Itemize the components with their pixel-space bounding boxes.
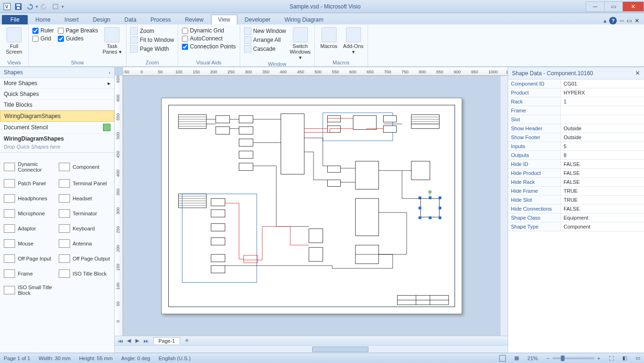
shape-data-row[interactable]: Frame [508, 106, 644, 115]
maximize-button[interactable]: ▭ [604, 1, 623, 12]
shape-data-row[interactable]: Hide FrameTRUE [508, 187, 644, 196]
shape-data-value[interactable]: CG01 [561, 79, 644, 88]
shape-data-value[interactable]: FALSE [561, 160, 644, 168]
macros-button[interactable]: Macros [319, 25, 339, 49]
tab-view[interactable]: View [211, 15, 237, 24]
stencil-item[interactable]: Off Page Input [4, 254, 56, 263]
tab-last-icon[interactable]: ⏭ [142, 338, 149, 344]
zoom-out-icon[interactable]: − [546, 355, 549, 361]
minimize-button[interactable]: ─ [586, 1, 605, 12]
page-width-button[interactable]: Page Width [130, 45, 174, 53]
cascade-button[interactable]: Cascade [244, 45, 286, 53]
shape-data-value[interactable]: Equipment [561, 213, 644, 222]
shape-data-row[interactable]: Hide ProductFALSE [508, 169, 644, 178]
page-breaks-checkbox[interactable]: Page Breaks [58, 27, 98, 34]
new-window-button[interactable]: New Window [244, 27, 286, 35]
help-icon[interactable]: ? [609, 17, 617, 24]
qat-more-icon[interactable] [50, 1, 61, 12]
tab-file[interactable]: File [2, 15, 28, 24]
save-icon[interactable] [13, 1, 24, 12]
switch-window-btn-icon[interactable]: ▭ [636, 355, 640, 361]
app-icon[interactable]: V [2, 1, 12, 12]
tab-developer[interactable]: Developer [238, 15, 277, 24]
shape-data-value[interactable] [561, 106, 644, 115]
stencil-item[interactable]: Terminator [59, 209, 111, 218]
tab-review[interactable]: Review [178, 15, 210, 24]
shape-data-value[interactable]: Outside [561, 133, 644, 142]
ruler-checkbox[interactable]: Ruler [32, 27, 54, 34]
canvas-viewport[interactable] [123, 76, 500, 336]
addons-button[interactable]: Add-Ons ▾ [343, 25, 364, 55]
shape-data-row[interactable]: Inputs5 [508, 142, 644, 151]
stencil-item[interactable]: Component [59, 161, 111, 173]
mdi-close-icon[interactable]: ✕ [635, 17, 639, 24]
stencil-item[interactable]: Dynamic Connector [4, 161, 56, 173]
pan-zoom-icon[interactable]: ◧ [622, 355, 627, 361]
tab-process[interactable]: Process [144, 15, 177, 24]
drawing-page[interactable] [161, 98, 462, 314]
tab-new-icon[interactable]: ✳ [183, 338, 190, 344]
task-panes-button[interactable]: Task Panes ▾ [102, 25, 122, 55]
shape-data-value[interactable] [561, 115, 644, 124]
tab-first-icon[interactable]: ⏮ [117, 338, 124, 344]
stencil-item[interactable]: ISO Small Title Block [4, 284, 56, 296]
stencil-item[interactable]: Terminal Panel [59, 179, 111, 188]
shape-data-row[interactable]: Shape ClassEquipment [508, 213, 644, 222]
stencil-item[interactable]: Keyboard [59, 224, 111, 233]
shape-data-row[interactable]: Show HeaderOutside [508, 124, 644, 133]
undo-icon[interactable] [24, 1, 35, 12]
shape-data-row[interactable]: Hide RackFALSE [508, 178, 644, 187]
dynamic-grid-checkbox[interactable]: Dynamic Grid [182, 27, 236, 34]
title-blocks-item[interactable]: Title Blocks [0, 100, 114, 110]
tab-insert[interactable]: Insert [58, 15, 85, 24]
arrange-all-button[interactable]: Arrange All [244, 36, 286, 44]
stencil-item[interactable]: Microphone [4, 209, 56, 218]
shape-data-value[interactable]: TRUE [561, 196, 644, 204]
ribbon-minimize-icon[interactable]: ▴ [604, 17, 606, 24]
shape-data-row[interactable]: Rack1 [508, 97, 644, 106]
more-shapes-item[interactable]: More Shapes▸ [0, 78, 114, 89]
shape-data-value[interactable]: FALSE [561, 205, 644, 213]
stencil-item[interactable]: Antenna [59, 239, 111, 248]
connection-points-checkbox[interactable]: Connection Points [182, 43, 236, 50]
shape-data-row[interactable]: Hide ConnectionsFALSE [508, 205, 644, 213]
close-button[interactable]: ✕ [622, 1, 644, 12]
page-tab-1[interactable]: Page-1 [153, 337, 180, 344]
tab-design[interactable]: Design [86, 15, 117, 24]
shape-data-row[interactable]: Hide IDFALSE [508, 160, 644, 169]
shape-data-value[interactable]: HYPERX [561, 88, 644, 97]
shape-data-value[interactable]: TRUE [561, 187, 644, 195]
shape-data-row[interactable]: Shape TypeComponent [508, 222, 644, 231]
tab-next-icon[interactable]: ▶ [134, 338, 141, 344]
full-screen-button[interactable]: Full Screen [4, 25, 24, 55]
stencil-item[interactable]: Headset [59, 194, 111, 203]
shape-data-row[interactable]: Component IDCG01 [508, 79, 644, 88]
stencil-item[interactable]: Headphones [4, 194, 56, 203]
switch-windows-button[interactable]: Switch Windows ▾ [290, 25, 311, 60]
undo-dropdown[interactable]: ▾ [36, 4, 38, 9]
scrollbar-horizontal[interactable] [115, 345, 508, 353]
stencil-item[interactable]: Mouse [4, 239, 56, 248]
stencil-item[interactable]: Adaptor [4, 224, 56, 233]
tab-home[interactable]: Home [29, 15, 57, 24]
grid-checkbox[interactable]: Grid [32, 35, 54, 42]
stencil-item[interactable]: Frame [4, 269, 56, 278]
scrollbar-vertical[interactable] [500, 76, 508, 336]
zoom-slider[interactable] [552, 357, 595, 359]
stencil-item[interactable]: ISO Title Block [59, 269, 111, 278]
shape-data-value[interactable]: 5 [561, 142, 644, 150]
wiring-shapes-item[interactable]: WiringDiagramShapes [0, 110, 114, 122]
shape-data-row[interactable]: Outputs8 [508, 151, 644, 160]
shape-data-value[interactable]: 8 [561, 151, 644, 159]
shape-data-value[interactable]: FALSE [561, 169, 644, 177]
shapes-collapse-icon[interactable]: ‹ [109, 70, 110, 75]
mdi-minimize-icon[interactable]: ─ [620, 17, 624, 24]
zoom-in-icon[interactable]: + [597, 355, 600, 361]
macro-record-icon[interactable] [499, 355, 506, 362]
tab-data[interactable]: Data [118, 15, 143, 24]
shape-data-value[interactable]: Component [561, 222, 644, 231]
shape-data-value[interactable]: FALSE [561, 178, 644, 186]
zoom-button[interactable]: Zoom [130, 27, 174, 35]
mdi-restore-icon[interactable]: ▭ [627, 17, 632, 24]
shape-data-value[interactable]: Outside [561, 124, 644, 133]
